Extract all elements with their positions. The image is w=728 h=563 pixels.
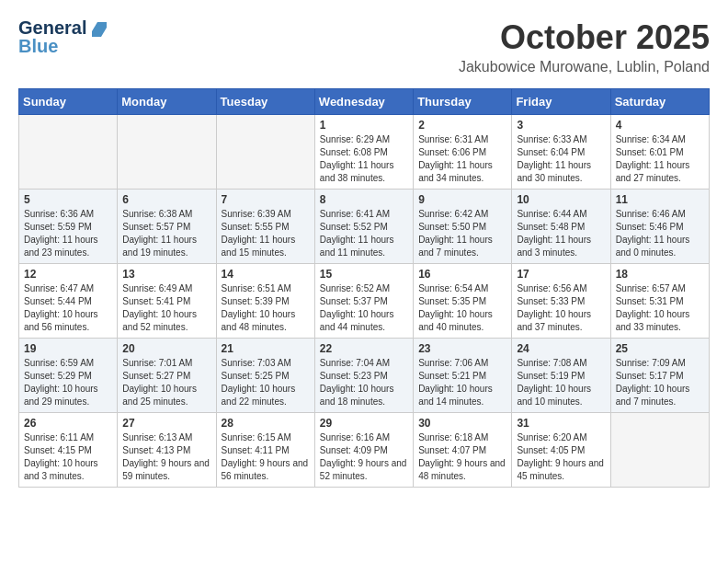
day-number: 15 — [320, 268, 408, 281]
day-info: Sunrise: 6:13 AMSunset: 4:13 PMDaylight:… — [122, 431, 210, 483]
day-info: Sunrise: 6:18 AMSunset: 4:07 PMDaylight:… — [418, 431, 506, 483]
day-number: 21 — [222, 342, 310, 355]
day-info: Sunrise: 6:57 AMSunset: 5:31 PMDaylight:… — [616, 282, 704, 334]
day-number: 31 — [517, 417, 605, 430]
logo-icon — [92, 22, 107, 37]
calendar-day-cell: 15Sunrise: 6:52 AMSunset: 5:37 PMDayligh… — [314, 264, 413, 339]
day-number: 4 — [616, 119, 704, 132]
day-number: 11 — [616, 193, 704, 206]
day-info: Sunrise: 6:11 AMSunset: 4:15 PMDaylight:… — [24, 431, 112, 483]
day-number: 16 — [418, 268, 506, 281]
calendar-day-cell: 28Sunrise: 6:15 AMSunset: 4:11 PMDayligh… — [216, 413, 314, 488]
calendar-day-cell: 2Sunrise: 6:31 AMSunset: 6:06 PMDaylight… — [414, 115, 512, 190]
calendar-day-cell: 16Sunrise: 6:54 AMSunset: 5:35 PMDayligh… — [414, 264, 512, 339]
calendar-week-row: 19Sunrise: 6:59 AMSunset: 5:29 PMDayligh… — [19, 339, 710, 413]
day-number: 8 — [320, 193, 408, 206]
weekday-header: Sunday — [19, 89, 118, 115]
calendar-day-cell: 31Sunrise: 6:20 AMSunset: 4:05 PMDayligh… — [512, 413, 610, 488]
calendar-header-row: SundayMondayTuesdayWednesdayThursdayFrid… — [19, 89, 710, 115]
calendar-day-cell: 24Sunrise: 7:08 AMSunset: 5:19 PMDayligh… — [512, 339, 610, 413]
day-number: 1 — [320, 119, 408, 132]
day-number: 19 — [24, 342, 112, 355]
calendar-day-cell: 19Sunrise: 6:59 AMSunset: 5:29 PMDayligh… — [19, 339, 118, 413]
day-number: 12 — [24, 268, 112, 281]
calendar-day-cell: 29Sunrise: 6:16 AMSunset: 4:09 PMDayligh… — [314, 413, 413, 488]
calendar-day-cell: 1Sunrise: 6:29 AMSunset: 6:08 PMDaylight… — [314, 115, 413, 190]
day-number: 24 — [517, 342, 605, 355]
day-info: Sunrise: 6:54 AMSunset: 5:35 PMDaylight:… — [418, 282, 506, 334]
day-number: 14 — [222, 268, 310, 281]
day-info: Sunrise: 6:44 AMSunset: 5:48 PMDaylight:… — [517, 208, 605, 259]
day-info: Sunrise: 7:01 AMSunset: 5:27 PMDaylight:… — [122, 357, 210, 408]
calendar-day-cell: 9Sunrise: 6:42 AMSunset: 5:50 PMDaylight… — [414, 190, 512, 264]
day-info: Sunrise: 6:38 AMSunset: 5:57 PMDaylight:… — [122, 208, 210, 259]
day-number: 3 — [517, 119, 605, 132]
day-info: Sunrise: 6:51 AMSunset: 5:39 PMDaylight:… — [222, 282, 310, 334]
weekday-header: Thursday — [414, 89, 512, 115]
day-info: Sunrise: 7:06 AMSunset: 5:21 PMDaylight:… — [418, 357, 506, 408]
calendar-week-row: 12Sunrise: 6:47 AMSunset: 5:44 PMDayligh… — [19, 264, 710, 339]
logo-blue: Blue — [18, 37, 107, 55]
day-info: Sunrise: 6:36 AMSunset: 5:59 PMDaylight:… — [24, 208, 112, 259]
weekday-header: Monday — [118, 89, 216, 115]
day-number: 10 — [517, 193, 605, 206]
day-number: 2 — [418, 119, 506, 132]
calendar-day-cell: 22Sunrise: 7:04 AMSunset: 5:23 PMDayligh… — [314, 339, 413, 413]
calendar-day-cell: 12Sunrise: 6:47 AMSunset: 5:44 PMDayligh… — [19, 264, 118, 339]
weekday-header: Tuesday — [216, 89, 314, 115]
page-header: General Blue October 2025 Jakubowice Mur… — [18, 18, 710, 75]
day-number: 18 — [616, 268, 704, 281]
day-info: Sunrise: 6:20 AMSunset: 4:05 PMDaylight:… — [517, 431, 605, 483]
calendar-day-cell: 26Sunrise: 6:11 AMSunset: 4:15 PMDayligh… — [19, 413, 118, 488]
day-info: Sunrise: 6:46 AMSunset: 5:46 PMDaylight:… — [616, 208, 704, 259]
day-number: 30 — [418, 417, 506, 430]
day-number: 13 — [122, 268, 210, 281]
day-number: 28 — [222, 417, 310, 430]
calendar-week-row: 26Sunrise: 6:11 AMSunset: 4:15 PMDayligh… — [19, 413, 710, 488]
calendar-day-cell: 20Sunrise: 7:01 AMSunset: 5:27 PMDayligh… — [118, 339, 216, 413]
day-number: 29 — [320, 417, 408, 430]
day-info: Sunrise: 6:59 AMSunset: 5:29 PMDaylight:… — [24, 357, 112, 408]
calendar-table: SundayMondayTuesdayWednesdayThursdayFrid… — [18, 88, 710, 488]
empty-cell — [118, 115, 216, 190]
day-info: Sunrise: 6:41 AMSunset: 5:52 PMDaylight:… — [320, 208, 408, 259]
day-info: Sunrise: 6:39 AMSunset: 5:55 PMDaylight:… — [222, 208, 310, 259]
calendar-day-cell: 13Sunrise: 6:49 AMSunset: 5:41 PMDayligh… — [118, 264, 216, 339]
weekday-header: Friday — [512, 89, 610, 115]
day-number: 23 — [418, 342, 506, 355]
calendar-day-cell: 30Sunrise: 6:18 AMSunset: 4:07 PMDayligh… — [414, 413, 512, 488]
calendar-day-cell: 4Sunrise: 6:34 AMSunset: 6:01 PMDaylight… — [610, 115, 709, 190]
calendar-day-cell: 7Sunrise: 6:39 AMSunset: 5:55 PMDaylight… — [216, 190, 314, 264]
day-info: Sunrise: 6:29 AMSunset: 6:08 PMDaylight:… — [320, 133, 408, 185]
calendar-day-cell: 18Sunrise: 6:57 AMSunset: 5:31 PMDayligh… — [610, 264, 709, 339]
day-info: Sunrise: 6:33 AMSunset: 6:04 PMDaylight:… — [517, 133, 605, 185]
day-number: 26 — [24, 417, 112, 430]
calendar-day-cell: 6Sunrise: 6:38 AMSunset: 5:57 PMDaylight… — [118, 190, 216, 264]
calendar-day-cell: 17Sunrise: 6:56 AMSunset: 5:33 PMDayligh… — [512, 264, 610, 339]
day-info: Sunrise: 7:04 AMSunset: 5:23 PMDaylight:… — [320, 357, 408, 408]
weekday-header: Wednesday — [314, 89, 413, 115]
calendar-subtitle: Jakubowice Murowane, Lublin, Poland — [459, 59, 710, 75]
calendar-day-cell: 23Sunrise: 7:06 AMSunset: 5:21 PMDayligh… — [414, 339, 512, 413]
day-number: 25 — [616, 342, 704, 355]
empty-cell — [19, 115, 118, 190]
day-number: 20 — [122, 342, 210, 355]
day-number: 6 — [122, 193, 210, 206]
calendar-day-cell: 21Sunrise: 7:03 AMSunset: 5:25 PMDayligh… — [216, 339, 314, 413]
logo-general: General — [18, 17, 86, 38]
day-info: Sunrise: 6:16 AMSunset: 4:09 PMDaylight:… — [320, 431, 408, 483]
day-info: Sunrise: 6:34 AMSunset: 6:01 PMDaylight:… — [616, 133, 704, 185]
svg-marker-0 — [92, 22, 107, 37]
day-info: Sunrise: 6:56 AMSunset: 5:33 PMDaylight:… — [517, 282, 605, 334]
day-info: Sunrise: 7:08 AMSunset: 5:19 PMDaylight:… — [517, 357, 605, 408]
calendar-week-row: 5Sunrise: 6:36 AMSunset: 5:59 PMDaylight… — [19, 190, 710, 264]
logo: General Blue — [18, 18, 107, 55]
day-info: Sunrise: 6:31 AMSunset: 6:06 PMDaylight:… — [418, 133, 506, 185]
weekday-header: Saturday — [610, 89, 709, 115]
calendar-day-cell: 11Sunrise: 6:46 AMSunset: 5:46 PMDayligh… — [610, 190, 709, 264]
calendar-day-cell: 14Sunrise: 6:51 AMSunset: 5:39 PMDayligh… — [216, 264, 314, 339]
day-number: 5 — [24, 193, 112, 206]
day-number: 22 — [320, 342, 408, 355]
day-info: Sunrise: 6:47 AMSunset: 5:44 PMDaylight:… — [24, 282, 112, 334]
day-info: Sunrise: 7:03 AMSunset: 5:25 PMDaylight:… — [222, 357, 310, 408]
